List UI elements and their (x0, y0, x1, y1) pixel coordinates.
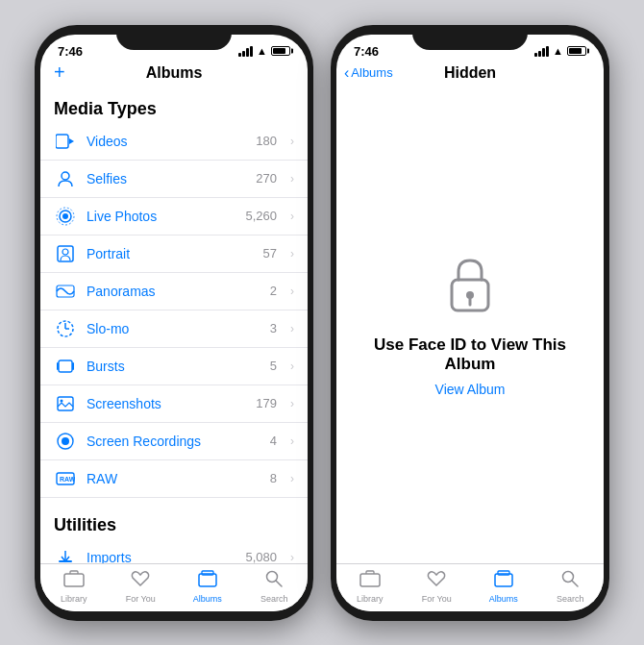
panoramas-label: Panoramas (87, 284, 260, 299)
hidden-album-content: Use Face ID to View This Album View Albu… (336, 87, 604, 563)
portrait-icon (54, 242, 77, 265)
list-item[interactable]: Bursts 5 › (40, 348, 308, 385)
tab-albums[interactable]: Albums (174, 570, 241, 604)
portrait-count: 57 (263, 246, 277, 260)
selfies-icon (54, 167, 77, 190)
slomo-label: Slo-mo (87, 321, 260, 336)
bursts-count: 5 (270, 359, 277, 373)
albums-content: Media Types Videos 180 › Selfies 270 › L… (40, 87, 308, 563)
hidden-nav-bar: ‹ Albums Hidden (336, 62, 604, 87)
svg-point-16 (61, 399, 63, 402)
wifi-icon: ▲ (553, 45, 563, 57)
status-time: 7:46 (354, 44, 379, 59)
tab-library[interactable]: Library (336, 570, 404, 604)
signal-icon (238, 46, 253, 57)
panoramas-icon (54, 280, 77, 303)
svg-rect-12 (59, 360, 72, 372)
search-tab-label: Search (557, 594, 584, 604)
search-tab-label: Search (260, 594, 288, 604)
search-tab-icon (561, 570, 579, 592)
battery-icon (271, 46, 290, 56)
for-you-tab-icon (131, 570, 150, 592)
wifi-icon: ▲ (257, 45, 267, 57)
tab-for-you[interactable]: For You (404, 570, 471, 604)
tab-bar: Library For You Albums Search (336, 563, 604, 611)
tab-search[interactable]: Search (241, 570, 309, 604)
view-album-button[interactable]: View Album (435, 382, 506, 397)
live-photos-icon (54, 205, 77, 228)
raw-count: 8 (270, 471, 277, 485)
imports-label: Imports (87, 550, 235, 563)
lock-icon-large (444, 253, 496, 320)
right-phone: 7:46 ▲ ‹ Albums Hidden (331, 25, 609, 621)
media-types-header: Media Types (40, 87, 308, 123)
albums-title: Albums (146, 64, 203, 82)
library-tab-icon (63, 570, 85, 592)
svg-text:RAW: RAW (60, 476, 75, 483)
notch (412, 25, 528, 50)
status-time: 7:46 (58, 44, 83, 59)
tab-albums[interactable]: Albums (470, 570, 537, 604)
chevron-icon: › (290, 210, 294, 223)
for-you-tab-icon (427, 570, 446, 592)
bursts-icon (54, 355, 77, 378)
list-item[interactable]: Imports 5,080 › (40, 539, 308, 563)
list-item[interactable]: Slo-mo 3 › (40, 310, 308, 348)
live-photos-count: 5,260 (245, 209, 277, 223)
videos-icon (54, 130, 77, 153)
list-item[interactable]: Panoramas 2 › (40, 273, 308, 310)
notch (116, 25, 232, 50)
chevron-icon: › (290, 135, 294, 148)
live-photos-label: Live Photos (87, 209, 235, 224)
imports-icon (54, 546, 77, 563)
screen-recordings-label: Screen Recordings (87, 434, 260, 449)
list-item[interactable]: Screen Recordings 4 › (40, 423, 308, 460)
library-tab-label: Library (357, 594, 384, 604)
albums-tab-label: Albums (193, 594, 222, 604)
selfies-count: 270 (256, 171, 277, 186)
back-button[interactable]: ‹ Albums (344, 64, 393, 82)
svg-rect-34 (202, 571, 213, 575)
list-item[interactable]: Selfies 270 › (40, 161, 308, 198)
tab-library[interactable]: Library (40, 570, 108, 604)
chevron-icon: › (290, 285, 294, 298)
tab-search[interactable]: Search (537, 570, 605, 604)
tab-for-you[interactable]: For You (108, 570, 175, 604)
list-item[interactable]: Videos 180 › (40, 123, 308, 161)
library-tab-label: Library (61, 594, 87, 604)
svg-rect-41 (495, 574, 512, 586)
svg-rect-40 (360, 574, 380, 586)
screen-recordings-count: 4 (270, 434, 277, 448)
screenshots-icon (54, 392, 77, 415)
svg-rect-6 (58, 246, 73, 261)
back-chevron-icon: ‹ (344, 64, 349, 82)
list-item[interactable]: RAW RAW 8 › (40, 460, 308, 498)
slomo-count: 3 (270, 321, 277, 335)
signal-icon (534, 46, 549, 57)
chevron-icon: › (290, 434, 294, 448)
chevron-icon: › (290, 322, 294, 335)
raw-icon: RAW (54, 467, 77, 490)
svg-line-44 (572, 581, 578, 586)
hidden-title: Hidden (444, 64, 496, 82)
list-item[interactable]: Portrait 57 › (40, 236, 308, 273)
portrait-label: Portrait (87, 246, 254, 261)
svg-point-18 (62, 437, 69, 445)
chevron-icon: › (290, 247, 294, 260)
list-item[interactable]: Live Photos 5,260 › (40, 198, 308, 236)
svg-rect-14 (72, 362, 74, 370)
chevron-icon: › (290, 551, 294, 563)
list-item[interactable]: Screenshots 179 › (40, 385, 308, 423)
imports-count: 5,080 (245, 550, 277, 563)
raw-label: RAW (87, 471, 260, 486)
add-button[interactable]: + (54, 62, 65, 84)
videos-count: 180 (256, 134, 277, 148)
selfies-label: Selfies (87, 171, 246, 186)
right-screen: 7:46 ▲ ‹ Albums Hidden (336, 35, 604, 611)
chevron-icon: › (290, 360, 294, 373)
back-label: Albums (351, 65, 392, 80)
library-tab-icon (359, 570, 381, 592)
screenshots-label: Screenshots (87, 396, 246, 411)
albums-nav-bar: + Albums (40, 62, 308, 87)
svg-rect-32 (64, 574, 84, 586)
